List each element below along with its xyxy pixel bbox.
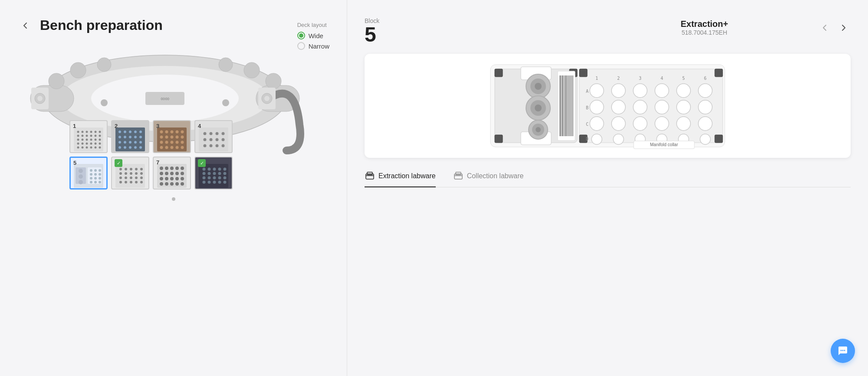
svg-point-186 (218, 180, 221, 183)
svg-point-27 (99, 131, 101, 133)
svg-point-113 (90, 169, 92, 172)
svg-point-70 (129, 146, 132, 149)
next-block-button[interactable] (837, 21, 851, 35)
svg-point-240 (633, 100, 647, 114)
block-1[interactable]: 1 (69, 120, 108, 153)
svg-point-247 (655, 117, 669, 131)
svg-point-25 (90, 131, 92, 133)
block-6-check: ✓ (115, 159, 122, 167)
svg-point-71 (134, 146, 137, 149)
svg-point-79 (160, 135, 163, 138)
svg-point-103 (204, 144, 207, 147)
svg-point-122 (90, 181, 92, 183)
svg-point-83 (181, 135, 184, 138)
product-code: 518.7004.175EH (591, 29, 818, 36)
left-panel: Bench preparation Deck layout Wide Narro… (0, 0, 347, 376)
svg-text:5: 5 (682, 76, 685, 81)
collection-icon (453, 171, 464, 181)
svg-point-246 (633, 117, 647, 131)
svg-point-245 (612, 117, 625, 131)
tab-extraction-labware[interactable]: Extraction labware (365, 171, 436, 187)
block-8-check: ✓ (198, 159, 206, 167)
svg-point-154 (170, 172, 174, 175)
svg-text:6: 6 (704, 76, 707, 81)
svg-rect-167 (199, 164, 228, 188)
svg-point-266 (844, 350, 845, 351)
product-info: Extraction+ 518.7004.175EH (591, 17, 818, 36)
block-2-pattern (115, 128, 145, 151)
svg-point-182 (224, 176, 227, 179)
svg-point-35 (82, 138, 84, 141)
svg-point-82 (176, 135, 179, 138)
svg-point-66 (134, 141, 137, 144)
wide-label: Wide (309, 32, 323, 39)
svg-point-156 (181, 172, 184, 175)
svg-point-236 (677, 84, 690, 98)
svg-point-48 (86, 146, 88, 148)
block-7[interactable]: 7 (153, 157, 191, 190)
svg-point-77 (176, 130, 179, 133)
svg-point-32 (95, 134, 97, 137)
block-7-pattern (157, 164, 187, 188)
svg-point-264 (841, 350, 842, 351)
block-2[interactable]: 2 (111, 120, 149, 153)
svg-point-168 (203, 167, 206, 170)
svg-point-159 (170, 177, 174, 180)
block-4[interactable]: 4 (194, 120, 233, 153)
wide-radio[interactable]: Wide (297, 32, 329, 39)
svg-point-110 (79, 174, 83, 179)
block-5[interactable]: 5 (69, 157, 108, 190)
block-6[interactable]: ✓ (111, 157, 149, 190)
svg-point-64 (124, 141, 126, 144)
chat-button[interactable] (831, 339, 855, 363)
nav-arrows (818, 17, 851, 35)
block-8[interactable]: ✓ (194, 157, 233, 190)
svg-point-53 (118, 131, 121, 133)
svg-point-129 (135, 168, 138, 170)
svg-text:∞∞: ∞∞ (161, 95, 169, 102)
svg-point-142 (125, 181, 127, 183)
svg-point-10 (219, 58, 233, 72)
svg-text:A: A (586, 89, 589, 94)
svg-point-47 (82, 146, 84, 148)
svg-point-144 (135, 181, 138, 183)
svg-point-181 (218, 176, 221, 179)
svg-point-234 (633, 84, 647, 98)
svg-point-7 (97, 58, 111, 72)
svg-point-98 (222, 132, 225, 135)
svg-point-166 (181, 182, 184, 186)
extraction-plus-image: 1 2 3 4 5 6 A B C D (486, 60, 729, 151)
prev-block-button[interactable] (818, 21, 832, 35)
svg-point-119 (90, 177, 92, 180)
svg-point-28 (77, 134, 79, 137)
block-8-pattern (199, 164, 228, 188)
tab-collection-labware[interactable]: Collection labware (453, 171, 524, 187)
svg-point-121 (99, 177, 101, 180)
svg-point-36 (86, 138, 88, 141)
svg-point-44 (95, 142, 97, 144)
svg-point-62 (139, 136, 142, 138)
svg-point-45 (99, 142, 101, 144)
svg-point-69 (124, 146, 126, 149)
svg-point-127 (125, 168, 127, 170)
svg-point-194 (535, 83, 542, 90)
tab-collection-label: Collection labware (467, 172, 524, 180)
svg-point-9 (244, 62, 260, 78)
svg-text:Manifold collar: Manifold collar (650, 142, 678, 147)
block-3-pattern (157, 128, 187, 151)
svg-point-158 (165, 177, 168, 180)
svg-point-76 (171, 130, 174, 133)
block-3[interactable]: 3 (153, 120, 191, 153)
svg-point-89 (160, 146, 163, 149)
back-button[interactable] (17, 18, 33, 33)
svg-point-100 (210, 138, 213, 141)
svg-point-86 (171, 141, 174, 144)
svg-point-183 (203, 180, 206, 183)
right-panel: Block 5 Extraction+ 518.7004.175EH (347, 0, 868, 376)
svg-point-157 (160, 177, 163, 180)
svg-point-26 (95, 131, 97, 133)
svg-point-147 (160, 167, 163, 170)
extraction-icon (365, 171, 375, 181)
svg-point-197 (535, 105, 542, 111)
svg-point-153 (165, 172, 168, 175)
